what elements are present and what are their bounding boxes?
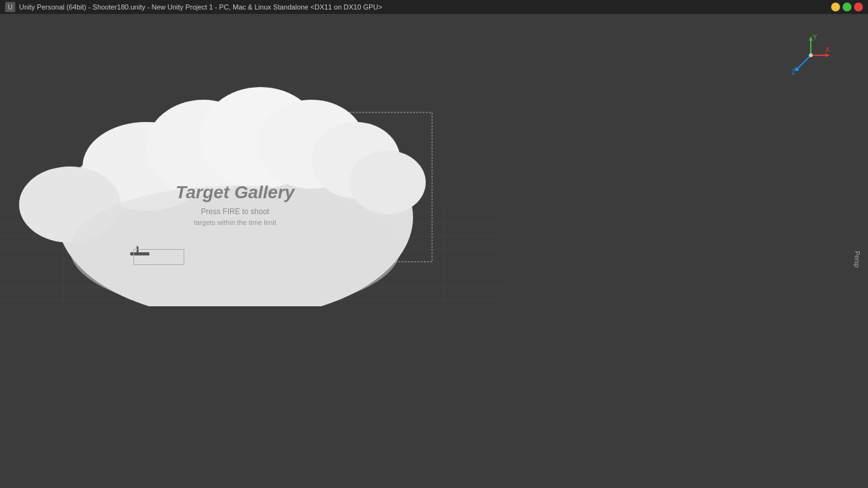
svg-text:Target Gallery: Target Gallery <box>175 182 295 202</box>
persp-label: Persp <box>853 251 860 268</box>
scene-canvas[interactable]: Target Gallery Press FIRE to shoot targe… <box>0 14 868 488</box>
svg-text:X: X <box>825 46 830 53</box>
selection-box <box>133 249 184 265</box>
minimize-button[interactable] <box>831 3 840 11</box>
main-content: Scene Game Asset Store 🔒 ≡ Shaded 2D ☀ 🔊 <box>0 48 868 475</box>
svg-text:Z: Z <box>792 69 796 76</box>
window-controls[interactable] <box>831 3 863 11</box>
close-button[interactable] <box>854 3 863 11</box>
svg-point-43 <box>809 53 813 57</box>
scene-3d-object: Target Gallery Press FIRE to shoot targe… <box>19 65 451 306</box>
left-panel: Scene Game Asset Store 🔒 ≡ Shaded 2D ☀ 🔊 <box>0 48 715 475</box>
axis-gizmo: Y X Z <box>789 33 833 78</box>
title-bar: U Unity Personal (64bit) - Shooter180.un… <box>0 0 868 14</box>
svg-text:Press FIRE to shoot: Press FIRE to shoot <box>201 207 269 216</box>
svg-point-32 <box>136 241 141 247</box>
svg-point-24 <box>349 151 426 214</box>
maximize-button[interactable] <box>843 3 851 11</box>
svg-text:targets within the time limit: targets within the time limit <box>194 219 276 226</box>
svg-text:Y: Y <box>813 34 817 41</box>
app-icon: U <box>5 2 15 12</box>
title-text: Unity Personal (64bit) - Shooter180.unit… <box>19 3 831 11</box>
